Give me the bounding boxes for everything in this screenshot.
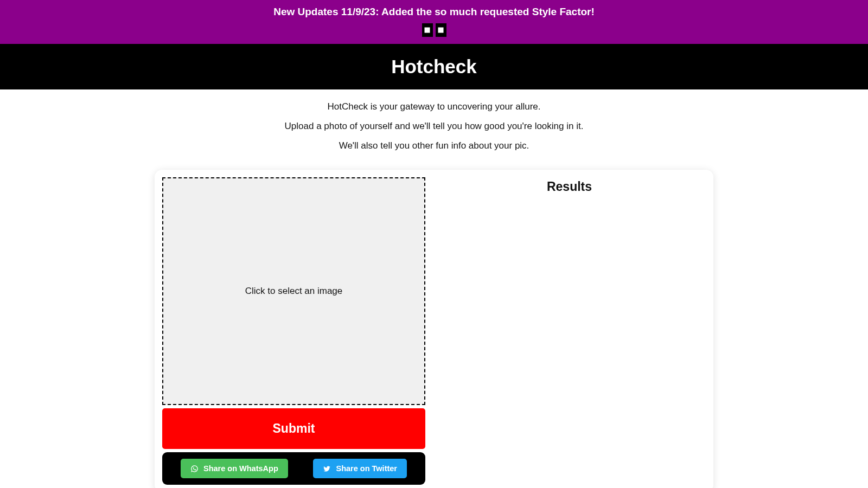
intro-line-1: HotCheck is your gateway to uncovering y… <box>11 101 857 112</box>
results-title: Results <box>438 179 700 194</box>
intro-line-3: We'll also tell you other fun info about… <box>11 140 857 151</box>
generic-social-icon <box>437 26 445 34</box>
share-whatsapp-button[interactable]: Share on WhatsApp <box>181 459 288 478</box>
right-column: Results <box>433 177 706 485</box>
top-banner: New Updates 11/9/23: Added the so much r… <box>0 0 868 44</box>
generic-social-icon <box>423 26 431 34</box>
share-whatsapp-label: Share on WhatsApp <box>203 464 278 473</box>
share-bar: Share on WhatsApp Share on Twitter <box>162 452 425 485</box>
submit-button[interactable]: Submit <box>162 408 425 449</box>
twitter-icon <box>323 465 331 473</box>
intro-section: HotCheck is your gateway to uncovering y… <box>0 89 868 170</box>
svg-rect-0 <box>425 28 430 33</box>
social-icon-2[interactable] <box>436 23 446 37</box>
image-dropzone[interactable]: Click to select an image <box>162 177 425 405</box>
banner-text: New Updates 11/9/23: Added the so much r… <box>0 2 868 23</box>
social-icon-1[interactable] <box>422 23 433 37</box>
app-title: Hotcheck <box>0 56 868 78</box>
share-twitter-button[interactable]: Share on Twitter <box>313 459 407 478</box>
whatsapp-icon <box>190 465 199 473</box>
title-bar: Hotcheck <box>0 44 868 89</box>
svg-rect-1 <box>438 28 444 33</box>
share-twitter-label: Share on Twitter <box>336 464 397 473</box>
social-icons-row <box>0 23 868 42</box>
main-panel: Click to select an image Submit Share on… <box>155 170 713 488</box>
left-column: Click to select an image Submit Share on… <box>162 177 425 485</box>
dropzone-label: Click to select an image <box>245 286 343 297</box>
intro-line-2: Upload a photo of yourself and we'll tel… <box>11 121 857 132</box>
